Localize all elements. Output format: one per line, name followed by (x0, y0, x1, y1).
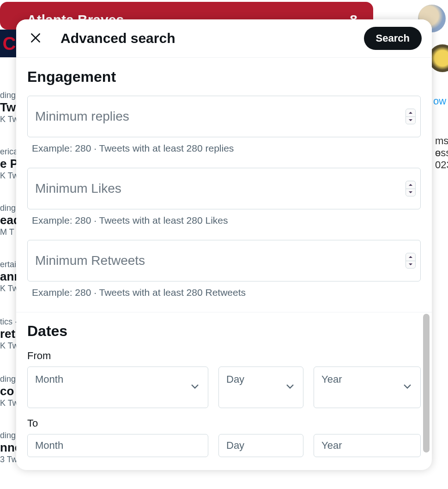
stepper-down-icon[interactable] (406, 189, 415, 196)
min-replies-helper: Example: 280 · Tweets with at least 280 … (32, 143, 421, 154)
dates-section-title: Dates (27, 323, 421, 340)
chevron-down-icon (401, 380, 414, 395)
stepper-down-icon[interactable] (406, 261, 415, 269)
modal-title: Advanced search (61, 31, 348, 46)
modal-overlay: Advanced search Search Engagement Minimu… (0, 0, 448, 489)
engagement-section-title: Engagement (27, 68, 421, 86)
close-icon (30, 32, 42, 45)
advanced-search-modal: Advanced search Search Engagement Minimu… (16, 19, 432, 470)
from-date-row: Month Day Year (27, 367, 421, 408)
stepper-up-icon[interactable] (406, 253, 415, 261)
stepper-up-icon[interactable] (406, 109, 415, 117)
select-label: Day (226, 440, 244, 452)
select-label: Day (226, 373, 244, 385)
stepper-up-icon[interactable] (406, 181, 415, 189)
from-month-select[interactable]: Month (27, 367, 208, 408)
to-day-select[interactable]: Day (218, 434, 303, 457)
min-retweets-field[interactable]: Minimum Retweets (27, 240, 421, 281)
stepper-down-icon[interactable] (406, 117, 415, 124)
number-stepper[interactable] (406, 253, 416, 269)
to-label: To (27, 417, 421, 429)
search-button[interactable]: Search (364, 27, 422, 50)
select-label: Month (35, 440, 63, 452)
min-likes-field[interactable]: Minimum Likes (27, 168, 421, 209)
select-label: Month (35, 373, 63, 385)
from-day-select[interactable]: Day (218, 367, 303, 408)
chevron-down-icon (188, 380, 201, 395)
to-year-select[interactable]: Year (314, 434, 421, 457)
to-date-row: Month Day Year (27, 434, 421, 457)
min-retweets-helper: Example: 280 · Tweets with at least 280 … (32, 287, 421, 298)
modal-body: Engagement Minimum replies Example: 280 … (16, 68, 432, 470)
min-replies-field[interactable]: Minimum replies (27, 96, 421, 137)
scrollbar-thumb[interactable] (423, 314, 430, 452)
from-year-select[interactable]: Year (314, 367, 421, 408)
from-label: From (27, 350, 421, 362)
section-divider (16, 312, 432, 312)
modal-header: Advanced search Search (16, 19, 432, 57)
divider (16, 57, 432, 58)
chevron-down-icon (284, 380, 297, 395)
number-stepper[interactable] (406, 181, 416, 196)
number-stepper[interactable] (406, 109, 416, 124)
select-label: Year (321, 373, 342, 385)
min-likes-helper: Example: 280 · Tweets with at least 280 … (32, 215, 421, 226)
select-label: Year (321, 440, 342, 452)
to-month-select[interactable]: Month (27, 434, 208, 457)
close-button[interactable] (26, 29, 45, 48)
